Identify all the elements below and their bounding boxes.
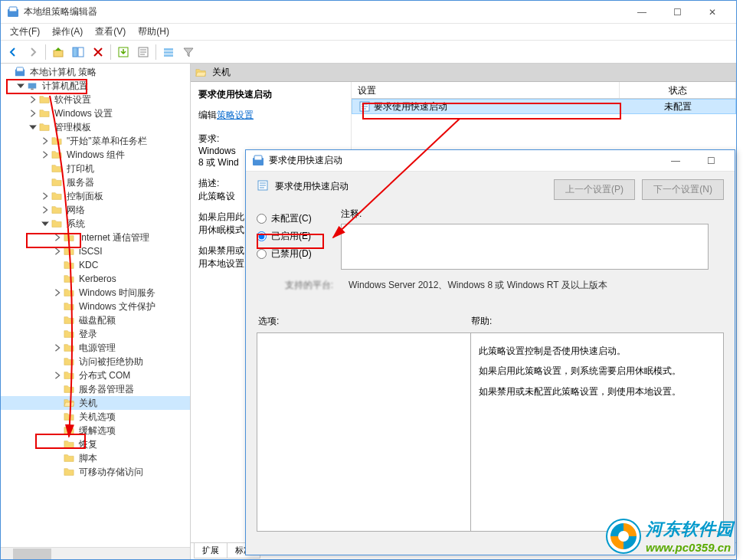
menu-help[interactable]: 帮助(H) xyxy=(132,24,175,40)
svg-rect-12 xyxy=(31,89,34,90)
tree-kdc[interactable]: KDC xyxy=(1,258,190,272)
watermark-name: 河东软件园 xyxy=(646,518,734,541)
maximize-button[interactable]: ☐ xyxy=(660,1,695,24)
tree-shutdown-options[interactable]: 关机选项 xyxy=(1,410,190,424)
svg-rect-5 xyxy=(78,47,83,57)
menubar: 文件(F) 操作(A) 查看(V) 帮助(H) xyxy=(1,24,736,41)
radio-disabled[interactable]: 已禁用(D) xyxy=(257,247,333,260)
tree-control-panel[interactable]: 控制面板 xyxy=(1,189,190,203)
show-hide-tree-button[interactable] xyxy=(69,43,87,61)
tree-dcom[interactable]: 分布式 COM xyxy=(1,368,190,382)
right-header: 关机 xyxy=(191,64,736,82)
dialog-subtitle-icon xyxy=(257,179,270,193)
tree-computer-config[interactable]: 计算机配置 xyxy=(1,79,190,93)
tree-software-settings[interactable]: 软件设置 xyxy=(1,93,190,106)
tree-printers[interactable]: 打印机 xyxy=(1,162,190,175)
radio-group: 未配置(C) 已启用(E) 已禁用(D) xyxy=(257,208,333,265)
tree-server-manager[interactable]: 服务器管理器 xyxy=(1,382,190,396)
svg-rect-8 xyxy=(164,48,173,51)
dialog-titlebar: 要求使用快速启动 — ☐ xyxy=(246,150,735,172)
svg-rect-4 xyxy=(73,47,77,57)
dialog-title: 要求使用快速启动 xyxy=(269,154,658,167)
properties-button[interactable] xyxy=(134,43,152,61)
help-box: 此策略设置控制是否使用快速启动。 如果启用此策略设置，则系统需要启用休眠模式。 … xyxy=(471,332,724,532)
dialog-icon xyxy=(252,155,264,167)
policy-name: 要求使用快速启动 xyxy=(198,88,343,101)
tree-internet-comm[interactable]: Internet 通信管理 xyxy=(1,231,190,244)
tree-root[interactable]: 本地计算机 策略 xyxy=(1,65,190,79)
forward-button[interactable] xyxy=(24,43,42,61)
options-box xyxy=(257,332,471,532)
options-label: 选项: xyxy=(257,315,471,328)
tree-kerberos[interactable]: Kerberos xyxy=(1,272,190,286)
dialog-minimize[interactable]: — xyxy=(658,149,693,172)
tree-windows-settings[interactable]: Windows 设置 xyxy=(1,106,190,120)
col-setting[interactable]: 设置 xyxy=(352,82,620,98)
back-button[interactable] xyxy=(4,43,22,61)
next-setting-button[interactable]: 下一个设置(N) xyxy=(642,179,724,200)
up-button[interactable] xyxy=(49,43,67,61)
tab-extended[interactable]: 扩展 xyxy=(194,543,227,558)
menu-action[interactable]: 操作(A) xyxy=(46,24,89,40)
window-title: 本地组策略编辑器 xyxy=(24,5,624,18)
tree-shutdown[interactable]: 关机 xyxy=(1,396,190,410)
tree-mitigation[interactable]: 缓解选项 xyxy=(1,424,190,437)
menu-file[interactable]: 文件(F) xyxy=(4,24,46,40)
comment-textarea[interactable] xyxy=(341,224,709,270)
tree-removable-storage[interactable]: 可移动存储访问 xyxy=(1,465,190,479)
tree-start-menu[interactable]: "开始"菜单和任务栏 xyxy=(1,134,190,148)
edit-policy-link[interactable]: 策略设置 xyxy=(217,110,254,120)
radio-unconfigured[interactable]: 未配置(C) xyxy=(257,212,333,225)
minimize-button[interactable]: — xyxy=(624,1,660,24)
row-state-label: 未配置 xyxy=(620,99,735,115)
list-header: 设置 状态 xyxy=(352,82,736,99)
svg-rect-3 xyxy=(54,51,63,57)
tree-panel[interactable]: 本地计算机 策略 计算机配置 软件设置 Windows 设置 管理模板 "开始"… xyxy=(1,64,191,559)
prev-setting-button[interactable]: 上一个设置(P) xyxy=(554,179,635,200)
dialog-subtitle: 要求使用快速启动 xyxy=(275,180,349,193)
tree-access-denied[interactable]: 访问被拒绝协助 xyxy=(1,355,190,368)
close-button[interactable]: ✕ xyxy=(695,1,730,24)
policy-dialog: 要求使用快速启动 — ☐ 要求使用快速启动 上一个设置(P) 下一个设置(N) … xyxy=(245,149,735,555)
row-setting-label: 要求使用快速启动 xyxy=(374,100,447,113)
tree-servers[interactable]: 服务器 xyxy=(1,175,190,189)
tree-iscsi[interactable]: iSCSI xyxy=(1,244,190,258)
filter-options-button[interactable] xyxy=(159,43,178,61)
tree-win-file-protect[interactable]: Windows 文件保护 xyxy=(1,300,190,313)
col-state[interactable]: 状态 xyxy=(620,82,736,98)
tree-win-components[interactable]: Windows 组件 xyxy=(1,148,190,162)
tree-admin-templates[interactable]: 管理模板 xyxy=(1,120,190,134)
tree-logon[interactable]: 登录 xyxy=(1,327,190,341)
right-header-title: 关机 xyxy=(212,66,231,79)
watermark: 河东软件园 www.pc0359.cn xyxy=(606,518,734,554)
app-icon xyxy=(7,6,19,18)
tree-power-mgmt[interactable]: 电源管理 xyxy=(1,341,190,355)
platform-label: 支持的平台: xyxy=(257,279,333,292)
radio-enabled[interactable]: 已启用(E) xyxy=(257,230,333,243)
tree-system[interactable]: 系统 xyxy=(1,217,190,231)
dialog-maximize[interactable]: ☐ xyxy=(693,149,728,172)
delete-button[interactable] xyxy=(89,43,107,61)
export-button[interactable] xyxy=(114,43,133,61)
tree-recovery[interactable]: 恢复 xyxy=(1,437,190,451)
watermark-url: www.pc0359.cn xyxy=(646,541,734,554)
tree-win-time[interactable]: Windows 时间服务 xyxy=(1,286,190,300)
tree-scripts[interactable]: 脚本 xyxy=(1,451,190,465)
help-label: 帮助: xyxy=(471,315,492,328)
list-row-fast-startup[interactable]: 要求使用快速启动 未配置 xyxy=(352,99,736,114)
platform-text: Windows Server 2012、Windows 8 或 Windows … xyxy=(349,279,724,292)
svg-rect-11 xyxy=(28,84,37,89)
filter-on-button[interactable] xyxy=(179,43,198,61)
tree-disk-quota[interactable]: 磁盘配额 xyxy=(1,313,190,327)
tree-scroll-h[interactable] xyxy=(1,547,190,559)
comment-label: 注释: xyxy=(341,208,362,221)
svg-rect-10 xyxy=(164,54,173,57)
toolbar xyxy=(1,41,736,64)
setting-icon xyxy=(358,100,371,113)
svg-rect-9 xyxy=(164,51,173,54)
watermark-logo-icon xyxy=(606,519,641,554)
menu-view[interactable]: 查看(V) xyxy=(89,24,132,40)
titlebar: 本地组策略编辑器 — ☐ ✕ xyxy=(1,1,736,24)
tree-network[interactable]: 网络 xyxy=(1,203,190,217)
